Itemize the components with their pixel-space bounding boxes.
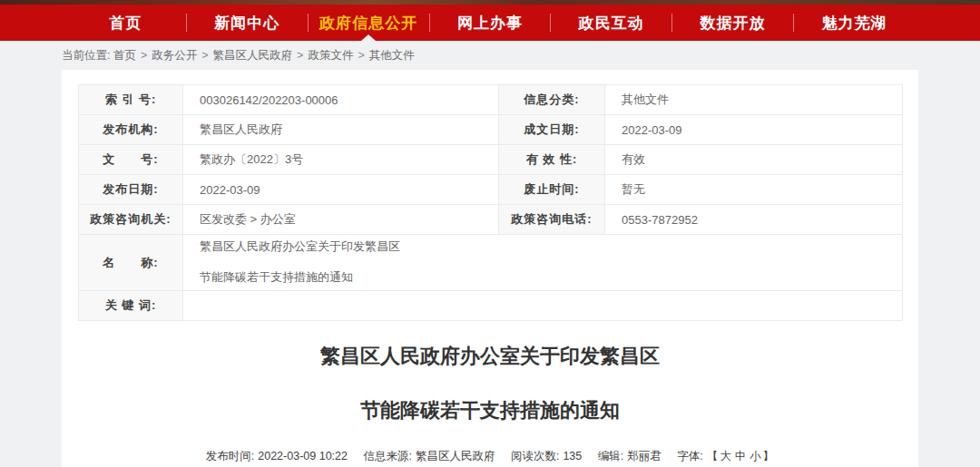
- read-count: 阅读次数:135: [511, 450, 582, 462]
- document-metadata-table: 索 引 号: 003026142/202203-00006 信息分类: 其他文件…: [78, 84, 903, 321]
- table-row: 文 号: 繁政办〔2022〕3号 有 效 性: 有效: [79, 145, 903, 175]
- table-row: 名 称: 繁昌区人民政府办公室关于印发繁昌区 节能降碳若干支持措施的通知: [79, 235, 903, 291]
- nav-item-label: 政府信息公开: [319, 13, 417, 34]
- breadcrumb-link-home[interactable]: 首页: [113, 49, 136, 62]
- index-number-label: 索 引 号:: [79, 85, 183, 115]
- validity-label: 有 效 性:: [499, 145, 605, 175]
- document-title-line2: 节能降碳若干支持措施的通知: [78, 401, 902, 421]
- editor: 编辑:郑丽君: [598, 450, 662, 462]
- doc-name-value: 繁昌区人民政府办公室关于印发繁昌区 节能降碳若干支持措施的通知: [183, 235, 903, 291]
- info-category-label: 信息分类:: [499, 85, 605, 115]
- index-number-value: 003026142/202203-00006: [183, 85, 499, 115]
- breadcrumb-separator: >: [358, 49, 364, 62]
- breadcrumb-link-gov-open[interactable]: 政务公开: [152, 49, 197, 62]
- issuing-agency-value: 繁昌区人民政府: [183, 115, 499, 145]
- info-source: 信息来源:繁昌区人民政府: [363, 450, 495, 462]
- table-row: 发布日期: 2022-03-09 废止时间: 暂无: [79, 175, 903, 205]
- table-row: 发布机构: 繁昌区人民政府 成文日期: 2022-03-09: [79, 115, 903, 145]
- keywords-value: [183, 291, 903, 321]
- nav-item-charming-wuhu[interactable]: 魅力芜湖: [794, 5, 915, 41]
- font-switch-bracket: 】: [763, 450, 775, 462]
- nav-items-container: 首页 新闻中心 政府信息公开 网上办事 政民互动 数据开放 魅力芜湖: [65, 5, 915, 41]
- consult-phone-label: 政策咨询电话:: [499, 205, 605, 235]
- publish-date-value: 2022-03-09: [183, 175, 499, 205]
- doc-name-line1: 繁昌区人民政府办公室关于印发繁昌区: [200, 238, 889, 255]
- document-title-line1: 繁昌区人民政府办公室关于印发繁昌区: [78, 346, 902, 366]
- nav-item-public-interaction[interactable]: 政民互动: [551, 5, 671, 41]
- consult-agency-label: 政策咨询机关:: [79, 205, 183, 235]
- issuing-agency-label: 发布机构:: [79, 115, 183, 145]
- written-date-label: 成文日期:: [499, 115, 605, 145]
- main-navigation: 首页 新闻中心 政府信息公开 网上办事 政民互动 数据开放 魅力芜湖: [0, 5, 980, 41]
- info-category-value: 其他文件: [605, 85, 903, 115]
- abolish-time-label: 废止时间:: [499, 175, 605, 205]
- breadcrumb: 当前位置: 首页>政务公开>繁昌区人民政府>政策文件>其他文件: [0, 41, 980, 70]
- nav-item-news-center[interactable]: 新闻中心: [187, 5, 308, 41]
- consult-agency-value: 区发改委 > 办公室: [183, 205, 499, 235]
- font-switch-bracket: 【: [707, 450, 719, 462]
- font-size-medium-button[interactable]: 中: [735, 450, 747, 462]
- breadcrumb-separator: >: [201, 49, 208, 62]
- breadcrumb-separator: >: [141, 49, 147, 62]
- consult-phone-value: 0553-7872952: [605, 205, 903, 235]
- document-content-card: 索 引 号: 003026142/202203-00006 信息分类: 其他文件…: [62, 70, 918, 467]
- nav-item-online-services[interactable]: 网上办事: [430, 5, 551, 41]
- publish-date-label: 发布日期:: [79, 175, 183, 205]
- breadcrumb-link-fanchang-gov[interactable]: 繁昌区人民政府: [213, 49, 293, 62]
- font-size-small-button[interactable]: 小: [750, 450, 761, 462]
- breadcrumb-link-policy-files[interactable]: 政策文件: [308, 49, 353, 62]
- table-row: 政策咨询机关: 区发改委 > 办公室 政策咨询电话: 0553-7872952: [79, 205, 903, 235]
- nav-item-gov-info-disclosure[interactable]: 政府信息公开: [309, 5, 429, 41]
- doc-number-label: 文 号:: [79, 145, 183, 175]
- font-size-switch: 字体:【大中小】: [677, 450, 774, 462]
- written-date-value: 2022-03-09: [605, 115, 903, 145]
- table-row: 索 引 号: 003026142/202203-00006 信息分类: 其他文件: [79, 85, 903, 115]
- font-size-large-button[interactable]: 大: [720, 450, 731, 462]
- active-tab-arrow-icon: [361, 34, 376, 41]
- abolish-time-value: 暂无: [605, 175, 903, 205]
- doc-number-value: 繁政办〔2022〕3号: [183, 145, 499, 175]
- nav-item-home[interactable]: 首页: [65, 5, 186, 41]
- nav-item-open-data[interactable]: 数据开放: [672, 5, 793, 41]
- breadcrumb-current-other-files: 其他文件: [369, 49, 415, 62]
- publish-meta-line: 发布时间:2022-03-09 10:22 信息来源:繁昌区人民政府 阅读次数:…: [78, 449, 902, 464]
- table-row: 关 键 词:: [79, 291, 903, 321]
- doc-name-label: 名 称:: [79, 235, 183, 291]
- validity-value: 有效: [605, 145, 903, 175]
- document-title: 繁昌区人民政府办公室关于印发繁昌区 节能降碳若干支持措施的通知: [78, 346, 902, 421]
- doc-name-line2: 节能降碳若干支持措施的通知: [200, 269, 889, 286]
- publish-time: 发布时间:2022-03-09 10:22: [206, 450, 348, 462]
- breadcrumb-prefix: 当前位置:: [62, 49, 110, 62]
- breadcrumb-separator: >: [297, 49, 303, 62]
- keywords-label: 关 键 词:: [79, 291, 183, 321]
